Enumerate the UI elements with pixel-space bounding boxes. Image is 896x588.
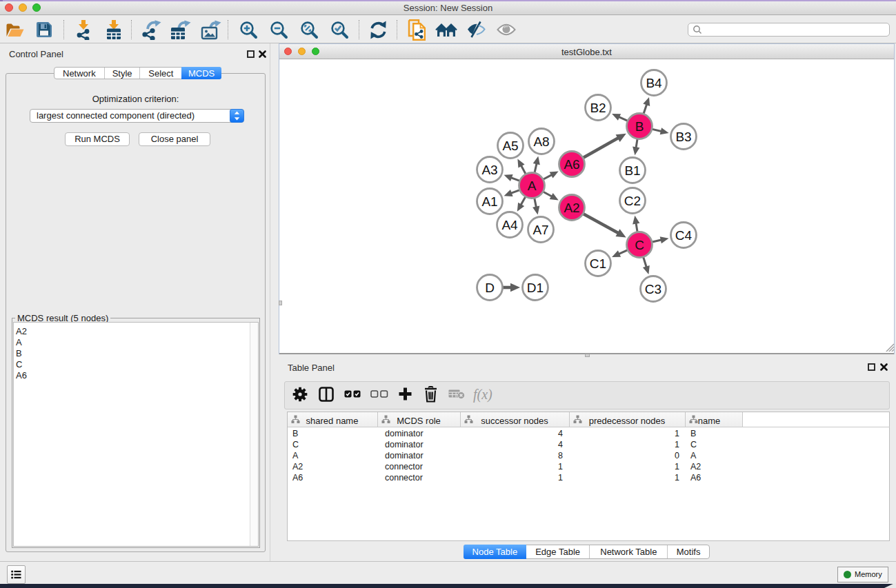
- svg-text:A6: A6: [564, 157, 579, 172]
- svg-text:B2: B2: [590, 101, 606, 115]
- svg-text:C4: C4: [675, 228, 693, 243]
- svg-text:B1: B1: [624, 163, 640, 178]
- svg-text:A2: A2: [564, 201, 579, 215]
- svg-text:A7: A7: [532, 223, 548, 237]
- svg-text:A8: A8: [533, 134, 549, 149]
- svg-text:A3: A3: [481, 163, 497, 177]
- svg-text:B: B: [635, 119, 644, 134]
- svg-text:C1: C1: [590, 256, 606, 271]
- svg-text:C2: C2: [624, 194, 641, 208]
- svg-text:A5: A5: [502, 139, 518, 153]
- svg-text:A4: A4: [501, 218, 518, 232]
- svg-text:B4: B4: [646, 76, 662, 90]
- svg-text:D: D: [485, 281, 495, 295]
- svg-text:C3: C3: [645, 282, 661, 296]
- svg-text:A: A: [528, 179, 537, 193]
- svg-text:A1: A1: [481, 194, 497, 209]
- svg-text:D1: D1: [527, 281, 544, 295]
- svg-text:B3: B3: [675, 130, 691, 144]
- svg-text:C: C: [635, 238, 644, 252]
